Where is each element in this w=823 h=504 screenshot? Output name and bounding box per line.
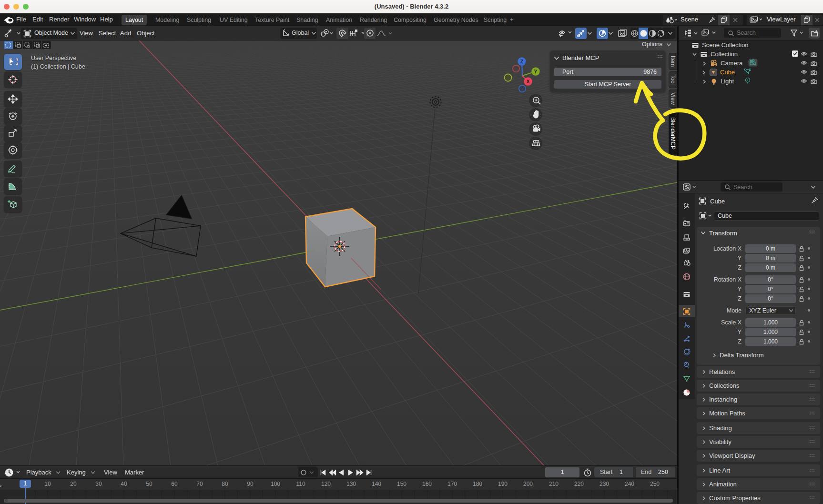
svg-text:Y: Y: [534, 69, 537, 74]
svg-text:X: X: [526, 79, 529, 84]
svg-text:Z: Z: [520, 59, 524, 64]
